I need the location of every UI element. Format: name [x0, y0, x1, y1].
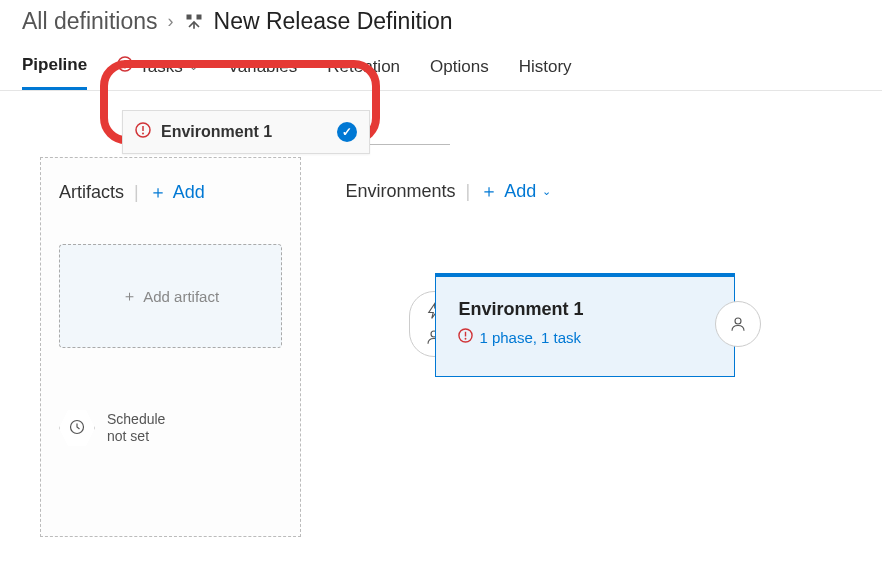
release-icon	[184, 12, 204, 32]
tab-bar: Pipeline Tasks ⌄ Variables Retention Opt…	[0, 39, 882, 91]
alert-icon	[135, 122, 151, 142]
divider: |	[134, 182, 139, 203]
schedule-label: Schedule not set	[107, 411, 165, 445]
tab-pipeline[interactable]: Pipeline	[22, 49, 87, 90]
artifacts-title: Artifacts	[59, 182, 124, 203]
plus-icon: ＋	[122, 287, 137, 306]
pipeline-canvas: Artifacts | ＋ Add ＋ Add artifact Schedul…	[0, 91, 882, 557]
add-environment-button[interactable]: ＋ Add ⌄	[480, 179, 551, 203]
environment-node[interactable]: Environment 1 1 phase, 1 task	[435, 273, 735, 377]
chevron-right-icon: ›	[168, 11, 174, 32]
svg-point-12	[465, 338, 467, 340]
schedule-icon-hexagon	[59, 408, 95, 448]
environment-pill-label: Environment 1	[161, 123, 327, 141]
breadcrumb: All definitions › New Release Definition	[0, 0, 882, 39]
alert-icon	[117, 56, 133, 77]
svg-point-4	[124, 67, 126, 69]
svg-point-13	[735, 318, 741, 324]
plus-icon: ＋	[149, 180, 167, 204]
add-artifact-label: Add artifact	[143, 288, 219, 305]
chevron-down-icon: ⌄	[542, 185, 551, 198]
environments-title: Environments	[345, 181, 455, 202]
clock-icon	[69, 419, 85, 438]
svg-rect-0	[186, 14, 191, 19]
schedule-row[interactable]: Schedule not set	[59, 408, 282, 448]
check-circle-icon: ✓	[337, 122, 357, 142]
divider: |	[465, 181, 470, 202]
breadcrumb-all-definitions[interactable]: All definitions	[22, 8, 158, 35]
tab-history[interactable]: History	[519, 49, 572, 90]
environments-header: Environments | ＋ Add ⌄	[345, 179, 844, 203]
environment-name: Environment 1	[458, 299, 712, 320]
environments-pane: Environments | ＋ Add ⌄ Environment 1 1 p…	[337, 157, 862, 537]
artifacts-header: Artifacts | ＋ Add	[59, 180, 282, 204]
tab-options[interactable]: Options	[430, 49, 489, 90]
phase-task-link[interactable]: 1 phase, 1 task	[479, 329, 581, 346]
tab-retention[interactable]: Retention	[327, 49, 400, 90]
svg-rect-1	[196, 14, 201, 19]
artifacts-pane: Artifacts | ＋ Add ＋ Add artifact Schedul…	[40, 157, 301, 537]
user-icon	[729, 315, 747, 333]
alert-icon	[458, 328, 473, 346]
chevron-down-icon: ⌄	[189, 60, 198, 73]
add-artifact-box[interactable]: ＋ Add artifact	[59, 244, 282, 348]
add-artifact-button[interactable]: ＋ Add	[149, 180, 205, 204]
tab-variables[interactable]: Variables	[228, 49, 298, 90]
add-label: Add	[504, 181, 536, 202]
plus-icon: ＋	[480, 179, 498, 203]
environment-card[interactable]: Environment 1 1 phase, 1 task	[435, 273, 735, 377]
environment-tab-pill[interactable]: Environment 1 ✓	[122, 110, 370, 154]
tab-tasks[interactable]: Tasks ⌄	[117, 49, 197, 90]
environment-subline[interactable]: 1 phase, 1 task	[458, 328, 712, 346]
tab-tasks-label: Tasks	[139, 57, 182, 77]
svg-point-7	[142, 133, 144, 135]
post-deployment-conditions[interactable]	[715, 301, 761, 347]
add-label: Add	[173, 182, 205, 203]
page-title: New Release Definition	[214, 8, 453, 35]
